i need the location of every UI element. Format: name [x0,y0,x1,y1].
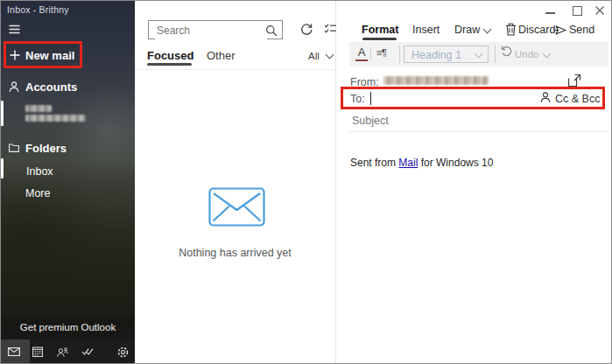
to-input[interactable] [373,88,535,106]
format-tab-underline [362,38,397,40]
sidebar-item-folders[interactable]: Folders [1,139,135,157]
trash-icon [505,23,517,36]
mail-link[interactable]: Mail [398,157,418,169]
send-button[interactable]: Send [569,24,594,36]
empty-envelope-illustration [208,187,265,227]
to-label: To: [350,93,365,105]
style-dropdown[interactable]: Heading 1 [404,46,489,63]
empty-state-message: Nothing has arrived yet [135,247,335,259]
people-icon[interactable] [57,347,68,357]
new-mail-label: New mail [25,49,74,62]
send-icon [553,24,566,36]
close-icon [594,5,605,16]
account-email-redacted [25,115,86,122]
discard-button[interactable]: Discard [518,24,555,36]
tab-other[interactable]: Other [207,49,236,62]
inbox-selected-indicator [1,158,4,178]
tab-focused[interactable]: Focused [147,49,193,62]
subject-input[interactable] [350,114,511,128]
toolbar-separator [370,47,371,60]
minimize-button[interactable] [542,11,558,17]
mail-icon[interactable] [8,347,20,356]
accounts-label: Accounts [25,80,77,94]
sidebar-item-inbox[interactable]: Inbox [26,165,53,178]
chevron-down-icon [326,51,334,60]
signature-suffix: for Windows 10 [418,157,493,169]
calendar-icon[interactable] [32,346,43,357]
choose-contacts-icon[interactable] [540,92,551,103]
sidebar-item-more[interactable]: More [25,187,50,200]
filter-all-dropdown[interactable]: All [308,51,333,61]
todo-icon[interactable] [81,347,94,356]
search-input[interactable] [155,22,267,39]
window-title: Inbox - Brithny [7,4,69,15]
popout-window-icon[interactable] [567,74,581,88]
tab-insert[interactable]: Insert [412,24,440,36]
plus-icon [10,50,20,60]
maximize-icon [573,6,582,16]
folder-icon [9,144,19,152]
subject-divider [349,131,608,132]
tab-format[interactable]: Format [362,24,398,36]
signature-prefix: Sent from [350,157,398,169]
sync-icon[interactable] [299,22,313,36]
focused-tab-underline [147,63,192,66]
premium-outlook-banner[interactable]: Get premium Outlook features [1,316,135,340]
compose-pane: Format Insert Draw Discard Send A ≡¶ Hea… [336,1,612,363]
toolbar-separator [399,45,400,63]
search-box [148,20,283,39]
undo-button[interactable]: Undo [515,49,539,60]
sidebar-item-accounts[interactable]: Accounts [1,78,135,95]
toolbar-separator [495,45,496,63]
from-label: From: [350,76,379,88]
undo-icon[interactable] [500,45,513,58]
settings-gear-icon[interactable] [117,346,129,358]
search-icon[interactable] [265,24,278,37]
new-mail-button[interactable]: New mail [4,41,82,68]
signature-text: Sent from Mail for Windows 10 [350,157,493,169]
undo-chevron-icon [543,50,552,59]
account-item[interactable] [1,101,135,127]
text-cursor [370,92,371,105]
navigation-pane: Inbox - Brithny New mail Accounts [1,1,135,363]
font-formatting-button[interactable]: A [355,46,368,61]
from-address-redacted [383,76,489,85]
ribbon-chevron-down-icon[interactable] [483,25,492,34]
mail-app-window: Inbox - Brithny New mail Accounts [0,0,612,364]
maximize-button[interactable] [573,6,583,17]
style-dropdown-value: Heading 1 [412,49,461,61]
select-mode-icon[interactable] [324,23,337,35]
tabs-divider [135,69,335,70]
format-toolbar: A ≡¶ Heading 1 Undo [349,42,608,66]
close-button[interactable] [594,5,606,17]
tab-draw[interactable]: Draw [454,24,480,36]
folders-label: Folders [25,142,67,155]
chevron-down-icon [475,50,483,59]
paragraph-formatting-button[interactable]: ≡¶ [376,47,386,58]
account-name-redacted [25,105,52,112]
person-icon [9,81,19,93]
app-switcher-bar [1,340,135,364]
hamburger-menu-icon[interactable] [9,24,23,35]
message-list-pane: Focused Other All Nothing has arrived ye… [135,1,336,363]
cc-bcc-button[interactable]: Cc & Bcc [555,93,600,105]
filter-all-label: All [308,51,320,61]
